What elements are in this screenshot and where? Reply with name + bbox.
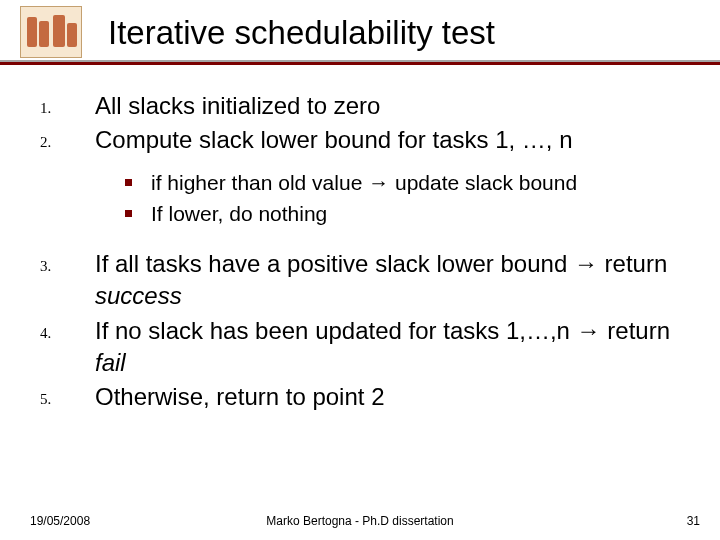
list-item-3-em: success [95,282,182,309]
content-area: All slacks initialized to zero Compute s… [40,90,690,416]
list-item-2: Compute slack lower bound for tasks 1, …… [40,124,690,229]
list-item-5: Otherwise, return to point 2 [40,381,690,413]
footer: 19/05/2008 Marko Bertogna - Ph.D dissert… [0,508,720,528]
sub-item-a-text: if higher than old value → update slack … [151,171,577,194]
list-item-4-em: fail [95,349,126,376]
list-item-5-text: Otherwise, return to point 2 [95,383,384,410]
list-item-4-text: If no slack has been updated for tasks 1… [95,317,670,344]
logo-image [20,6,82,58]
list-item-4: If no slack has been updated for tasks 1… [40,315,690,380]
list-item-1: All slacks initialized to zero [40,90,690,122]
list-item-2-text: Compute slack lower bound for tasks 1, …… [95,126,573,153]
list-item-1-text: All slacks initialized to zero [95,92,380,119]
sub-item-b-text: If lower, do nothing [151,202,327,225]
list-item-3-text: If all tasks have a positive slack lower… [95,250,667,277]
sub-list: if higher than old value → update slack … [95,167,690,230]
sub-item-b: If lower, do nothing [95,198,690,230]
footer-author: Marko Bertogna - Ph.D dissertation [0,514,720,528]
sub-item-a: if higher than old value → update slack … [95,167,690,199]
footer-page: 31 [687,514,700,528]
slide: Iterative schedulability test All slacks… [0,0,720,540]
list-item-3: If all tasks have a positive slack lower… [40,248,690,313]
slide-title: Iterative schedulability test [108,14,495,52]
title-underline [0,60,720,66]
numbered-list: All slacks initialized to zero Compute s… [40,90,690,414]
